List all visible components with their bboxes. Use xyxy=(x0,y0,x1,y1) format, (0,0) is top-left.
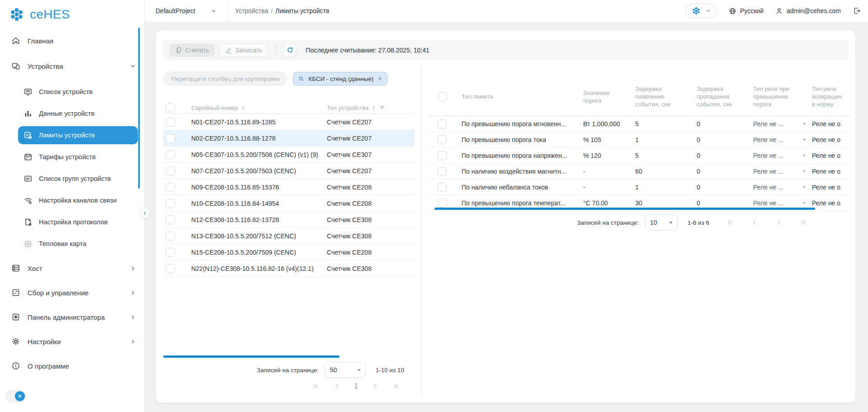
sidebar-item-settings[interactable]: Настройки xyxy=(0,332,144,350)
device-row[interactable]: N02-CE207-10.5.116.88-1278 Счетчик СЕ207 xyxy=(163,130,414,147)
device-row[interactable]: N09-CE208-10.5.116.85-15376 Счетчик СЕ20… xyxy=(163,179,414,195)
current-page[interactable]: 1 xyxy=(354,382,358,390)
sidebar-item-channel-settings[interactable]: Настройка каналов связи xyxy=(18,191,138,209)
delay-on-value[interactable]: 5 xyxy=(635,152,697,159)
limit-row[interactable]: По наличию воздействия магнитн... - 60 0… xyxy=(429,164,850,180)
last-page-icon[interactable] xyxy=(392,383,400,390)
relay-norm-select[interactable]: Реле не о xyxy=(812,152,842,159)
next-page-icon[interactable] xyxy=(372,383,379,390)
column-delay-on[interactable]: Задержка появления события, сек xyxy=(635,85,697,108)
relay-norm-select[interactable]: Реле не о xyxy=(812,136,842,143)
column-relay-over[interactable]: Тип реле при превышении порога xyxy=(753,85,812,108)
sidebar-item-protocol-settings[interactable]: Настройка протоколов xyxy=(18,213,138,231)
device-row[interactable]: N22(N12)-CE308-10.5.116.82-16 (v4)(12.1)… xyxy=(163,260,414,277)
limits-horizontal-scrollbar[interactable] xyxy=(434,208,815,210)
user-menu[interactable]: admin@cehes.com xyxy=(775,7,841,15)
sidebar-item-device-limits[interactable]: Лимиты устройств xyxy=(18,126,138,144)
column-threshold[interactable]: Значение порога xyxy=(583,89,623,104)
select-all-checkbox[interactable] xyxy=(166,103,175,112)
delay-off-value[interactable]: 0 xyxy=(697,168,753,175)
delay-on-value[interactable]: 5 xyxy=(635,120,697,128)
filter-icon[interactable] xyxy=(379,104,385,111)
first-page-icon[interactable] xyxy=(726,219,734,226)
sort-asc-icon[interactable]: ↑ xyxy=(372,104,375,111)
device-row[interactable]: N13-CE308-10.5.5.200/7512 (CENC) Счетчик… xyxy=(163,228,414,244)
delay-off-value[interactable]: 0 xyxy=(697,199,753,207)
device-row[interactable]: N12-CE308-10.5.116.82-13728 Счетчик СЕ30… xyxy=(163,212,414,228)
relay-norm-select[interactable]: Реле не о xyxy=(812,168,842,175)
page-size-select[interactable]: 10 xyxy=(645,214,678,231)
filter-chip[interactable]: КБСИ - стенд (данные) ✕ xyxy=(293,72,387,85)
sidebar-item-admin-panel[interactable]: Панель администратора xyxy=(0,308,144,326)
column-delay-off[interactable]: Задержка пропадания события, сек xyxy=(697,85,753,108)
device-row[interactable]: N10-CE208-10.5.116.84-14954 Счетчик СЕ20… xyxy=(163,195,414,212)
sort-asc-icon[interactable]: ↑ xyxy=(242,104,245,111)
language-selector[interactable]: Русский xyxy=(729,7,764,15)
relay-norm-select[interactable]: Реле не о xyxy=(812,199,842,207)
limit-row[interactable]: По превышению порога тока % 105 1 0 Реле… xyxy=(429,132,850,148)
chip-close-icon[interactable]: ✕ xyxy=(377,76,382,82)
sidebar-item-device-data[interactable]: Данные устройств xyxy=(18,104,138,123)
column-serial[interactable]: Серийный номер ↑ xyxy=(191,104,327,111)
relay-over-select[interactable]: Реле не ... xyxy=(753,184,812,191)
read-button[interactable]: Считать xyxy=(170,43,215,57)
select-all-checkbox[interactable] xyxy=(438,92,447,101)
relay-over-select[interactable]: Реле не ... xyxy=(753,199,812,207)
breadcrumb-section[interactable]: Устройства xyxy=(235,7,268,14)
row-checkbox[interactable] xyxy=(438,183,447,192)
row-checkbox[interactable] xyxy=(438,167,447,176)
sidebar-collapse-button[interactable] xyxy=(139,208,150,218)
delay-on-value[interactable]: 1 xyxy=(635,136,697,143)
sidebar-item-about[interactable]: О программе xyxy=(0,357,144,375)
prev-page-icon[interactable] xyxy=(333,383,340,390)
prev-page-icon[interactable] xyxy=(751,219,758,226)
row-checkbox[interactable] xyxy=(166,215,175,224)
write-button[interactable]: Записать xyxy=(219,43,269,57)
limit-row[interactable]: По превышению порога мгновенн... Вт 1,00… xyxy=(429,116,850,132)
delay-off-value[interactable]: 0 xyxy=(697,152,753,159)
sidebar-item-heatmap[interactable]: Тепловая карта xyxy=(18,235,138,253)
sidebar-item-home[interactable]: Главная xyxy=(0,32,144,50)
row-checkbox[interactable] xyxy=(166,166,175,175)
row-checkbox[interactable] xyxy=(438,151,447,160)
project-selector[interactable]: DefaultProject xyxy=(145,0,228,22)
row-checkbox[interactable] xyxy=(166,118,175,127)
row-checkbox[interactable] xyxy=(166,264,175,273)
device-row[interactable]: N01-CE207-10.5.116.89-1285 Счетчик СЕ207 xyxy=(163,114,414,130)
refresh-button[interactable] xyxy=(283,43,297,57)
page-size-select[interactable]: 50 xyxy=(325,362,366,378)
column-relay-norm[interactable]: Тип реле возвращения в норму xyxy=(812,85,842,108)
row-checkbox[interactable] xyxy=(166,232,175,241)
delay-off-value[interactable]: 0 xyxy=(697,136,753,143)
column-limit-type[interactable]: Тип лимита xyxy=(462,93,583,100)
device-row[interactable]: N15-CE208-10.5.5.200/7509 (CENC) Счетчик… xyxy=(163,244,414,260)
last-page-icon[interactable] xyxy=(800,219,807,226)
limit-row[interactable]: По превышению порога напряжен... % 120 5… xyxy=(429,148,850,164)
threshold-value[interactable]: % 120 xyxy=(583,152,623,159)
theme-toggle[interactable] xyxy=(5,390,26,402)
group-drop-hint[interactable]: Перетащите столбец для группировки xyxy=(163,71,288,86)
delay-off-value[interactable]: 0 xyxy=(697,184,753,191)
threshold-value[interactable]: - xyxy=(583,184,623,191)
delay-on-value[interactable]: 30 xyxy=(635,199,697,207)
row-checkbox[interactable] xyxy=(166,134,175,143)
logout-button[interactable] xyxy=(853,7,861,15)
relay-norm-select[interactable]: Реле не о xyxy=(812,120,842,128)
next-page-icon[interactable] xyxy=(775,219,783,226)
row-checkbox[interactable] xyxy=(166,248,175,257)
threshold-value[interactable]: °C 70.00 xyxy=(583,199,623,207)
first-page-icon[interactable] xyxy=(312,383,320,390)
delay-on-value[interactable]: 60 xyxy=(635,168,697,175)
sidebar-item-device-tariffs[interactable]: Тарифы устройств xyxy=(18,148,138,166)
relay-over-select[interactable]: Реле не ... xyxy=(753,168,812,175)
threshold-value[interactable]: Вт 1,000,000 xyxy=(583,120,623,128)
limit-row[interactable]: По наличию небаланса токов - 1 0 Реле не… xyxy=(429,180,850,195)
delay-off-value[interactable]: 0 xyxy=(697,120,753,128)
sidebar-item-devices[interactable]: Устройства xyxy=(0,57,144,75)
device-row[interactable]: N05-CE307-10.5.5.200/7508 (CENC) (v1) (9… xyxy=(163,147,414,163)
submenu-scroll-indicator[interactable] xyxy=(138,28,140,189)
row-checkbox[interactable] xyxy=(438,135,447,144)
sidebar-item-host[interactable]: Хост xyxy=(0,259,144,277)
relay-over-select[interactable]: Реле не ... xyxy=(753,136,812,143)
row-checkbox[interactable] xyxy=(166,150,175,159)
